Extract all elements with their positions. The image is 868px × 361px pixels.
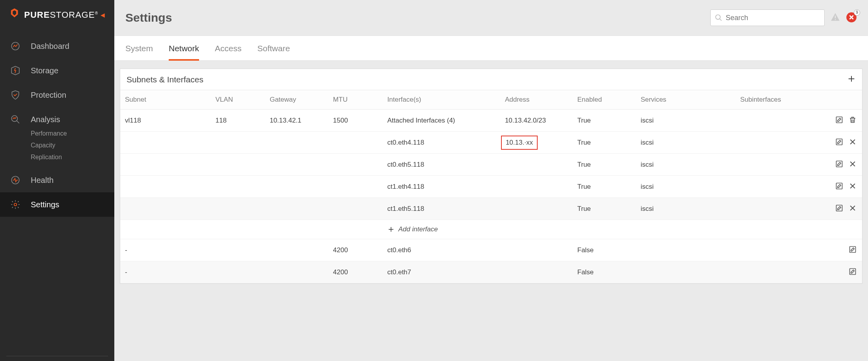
cell <box>120 132 211 154</box>
edit-button[interactable] <box>834 203 844 213</box>
cell: Attached Interfaces (4) <box>383 110 500 132</box>
cell: ct0.eth6 <box>383 239 500 261</box>
edit-button[interactable] <box>848 267 857 276</box>
cell: 10.13.42.1 <box>265 110 328 132</box>
cell <box>211 198 265 220</box>
nav-sub-capacity[interactable]: Capacity <box>31 140 114 151</box>
cell: ct0.eth5.118 <box>383 154 500 176</box>
search-box[interactable] <box>710 9 825 26</box>
edit-button[interactable] <box>834 115 844 125</box>
nav-label: Dashboard <box>31 42 69 51</box>
tab-network[interactable]: Network <box>169 36 199 60</box>
health-icon <box>9 174 21 186</box>
cell: ct0.eth4.118 <box>383 132 500 154</box>
subnets-panel: Subnets & Interfaces SubnetVLANGatewayMT… <box>120 69 862 284</box>
cell <box>328 176 383 198</box>
cell <box>211 132 265 154</box>
cell <box>736 198 817 220</box>
nav-sub-performance[interactable]: Performance <box>31 128 114 140</box>
svg-line-6 <box>720 19 722 21</box>
tab-software[interactable]: Software <box>257 36 290 60</box>
cell: iscsi <box>636 154 735 176</box>
nav-label: Protection <box>31 91 66 100</box>
edit-button[interactable] <box>834 159 844 169</box>
column-header: Services <box>636 90 735 110</box>
add-interface-button[interactable]: Add interface <box>387 225 857 233</box>
nav-label: Analysis <box>31 115 60 124</box>
cell <box>500 239 573 261</box>
row-actions <box>817 198 862 220</box>
edit-button[interactable] <box>834 181 844 191</box>
gear-icon <box>9 199 21 210</box>
cell: - <box>120 239 211 261</box>
close-button[interactable] <box>848 181 857 191</box>
cell <box>500 176 573 198</box>
svg-rect-12 <box>836 117 842 123</box>
cell: ct1.eth4.118 <box>383 176 500 198</box>
cell: False <box>573 261 636 283</box>
nav-label: Storage <box>31 66 58 75</box>
brand-logo[interactable]: PURESTORAGE® ◀ <box>0 0 114 34</box>
error-badge[interactable]: 9 <box>846 12 857 24</box>
edit-button[interactable] <box>834 137 844 147</box>
close-button[interactable] <box>848 203 857 213</box>
nav-sub-replication[interactable]: Replication <box>31 151 114 163</box>
nav-protection[interactable]: Protection <box>0 83 114 107</box>
row-actions <box>817 154 862 176</box>
tab-system[interactable]: System <box>125 36 153 60</box>
cell <box>328 154 383 176</box>
cell <box>120 176 211 198</box>
close-button[interactable] <box>848 159 857 169</box>
nav-health[interactable]: Health <box>0 168 114 192</box>
cell: 10.13.42.0/23 <box>500 110 573 132</box>
nav-storage[interactable]: Storage <box>0 58 114 83</box>
warning-icon[interactable] <box>830 12 840 24</box>
cell <box>500 198 573 220</box>
cell: iscsi <box>636 198 735 220</box>
column-header: Gateway <box>265 90 328 110</box>
add-interface-label: Add interface <box>399 225 438 233</box>
column-header: Subnet <box>120 90 211 110</box>
column-header: VLAN <box>211 90 265 110</box>
search-input[interactable] <box>726 14 820 22</box>
nav-analysis[interactable]: Analysis <box>0 107 114 128</box>
pure-logo-icon <box>9 8 19 22</box>
cell <box>211 239 265 261</box>
table-row: ct0.eth4.11810.13.·xxTrueiscsi <box>120 132 862 154</box>
cell <box>265 154 328 176</box>
cell: iscsi <box>636 110 735 132</box>
cell: vl118 <box>120 110 211 132</box>
nav-dashboard[interactable]: Dashboard <box>0 34 114 58</box>
cell: - <box>120 261 211 283</box>
shield-icon <box>9 89 21 101</box>
svg-line-2 <box>17 121 19 123</box>
column-header: Enabled <box>573 90 636 110</box>
add-subnet-button[interactable] <box>847 74 856 84</box>
cell: iscsi <box>636 176 735 198</box>
table-row: ct1.eth4.118Trueiscsi <box>120 176 862 198</box>
cell <box>636 261 735 283</box>
search-icon <box>715 14 723 22</box>
brand-caret-icon: ◀ <box>101 12 105 18</box>
close-button[interactable] <box>848 137 857 147</box>
tab-access[interactable]: Access <box>215 36 242 60</box>
subnets-table: SubnetVLANGatewayMTUInterface(s)AddressE… <box>120 90 862 283</box>
edit-button[interactable] <box>848 245 857 254</box>
nav-settings[interactable]: Settings <box>0 192 114 217</box>
cell: 4200 <box>328 261 383 283</box>
cell <box>211 154 265 176</box>
error-count: 9 <box>854 9 860 16</box>
delete-button[interactable] <box>848 115 857 125</box>
dashboard-icon <box>9 40 21 52</box>
cell <box>736 110 817 132</box>
row-actions <box>817 261 862 283</box>
cell <box>736 239 817 261</box>
plus-icon <box>847 74 856 83</box>
nav-analysis-sub: Performance Capacity Replication <box>0 128 114 163</box>
plus-icon <box>387 226 395 233</box>
cell <box>265 239 328 261</box>
nav-label: Settings <box>31 200 59 209</box>
column-header: Address <box>500 90 573 110</box>
svg-point-4 <box>14 203 17 206</box>
row-actions <box>817 239 862 261</box>
